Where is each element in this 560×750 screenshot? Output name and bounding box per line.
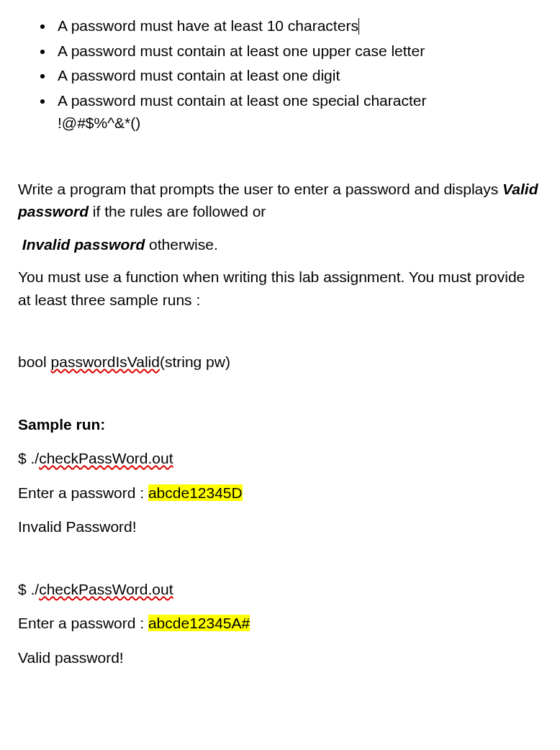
user-input: abcde12345D [148,484,243,501]
output-line: Valid password! [18,646,538,669]
function-signature: bool passwordIsValid(string pw) [18,351,538,374]
paragraph: Write a program that prompts the user to… [18,178,538,223]
input-line: Enter a password : abcde12345D [18,482,538,505]
paragraph: You must use a function when writing thi… [18,266,538,311]
bullet-text: A password must contain at least one dig… [58,67,340,83]
command-line: $ ./checkPassWord.out [18,578,538,601]
prompt-symbol: $ ./ [18,581,39,597]
sample-run-heading: Sample run: [18,413,538,436]
bullet-text: A password must have at least 10 charact… [58,17,358,34]
bullet-text: !@#$%^&*() [58,114,140,131]
text: bool [18,353,51,370]
text: if the rules are followed or [89,203,266,220]
input-line: Enter a password : abcde12345A# [18,612,538,635]
instructions-section: Write a program that prompts the user to… [18,178,538,312]
list-item: A password must contain at least one upp… [54,40,538,63]
command-line: $ ./checkPassWord.out [18,447,538,470]
output-line: Invalid Password! [18,515,538,538]
invalid-password-text: Invalid password [22,236,145,253]
text: Write a program that prompts the user to… [18,181,502,197]
function-name: passwordIsValid [51,353,160,370]
list-item: A password must contain at least one spe… [54,89,538,135]
executable-name: checkPassWord.out [39,450,173,466]
list-item: A password must contain at least one dig… [54,64,538,87]
text: otherwise. [145,236,218,253]
list-item: A password must have at least 10 charact… [54,14,538,37]
invalid-password-label: Invalid password [18,236,145,253]
executable-name: checkPassWord.out [39,581,173,597]
requirements-list: A password must have at least 10 charact… [36,14,538,135]
bullet-text: A password must contain at least one spe… [58,92,426,109]
user-input: abcde12345A# [148,615,250,631]
text: You must use a function when writing thi… [18,268,525,308]
prompt-text: Enter a password : [18,615,148,631]
paragraph: Invalid password otherwise. [18,233,538,256]
bullet-text: A password must contain at least one upp… [58,42,425,59]
prompt-symbol: $ ./ [18,450,39,466]
text-cursor [358,18,359,35]
sample-run-section: Sample run: $ ./checkPassWord.out Enter … [18,413,538,669]
text: (string pw) [160,353,230,370]
prompt-text: Enter a password : [18,484,148,501]
